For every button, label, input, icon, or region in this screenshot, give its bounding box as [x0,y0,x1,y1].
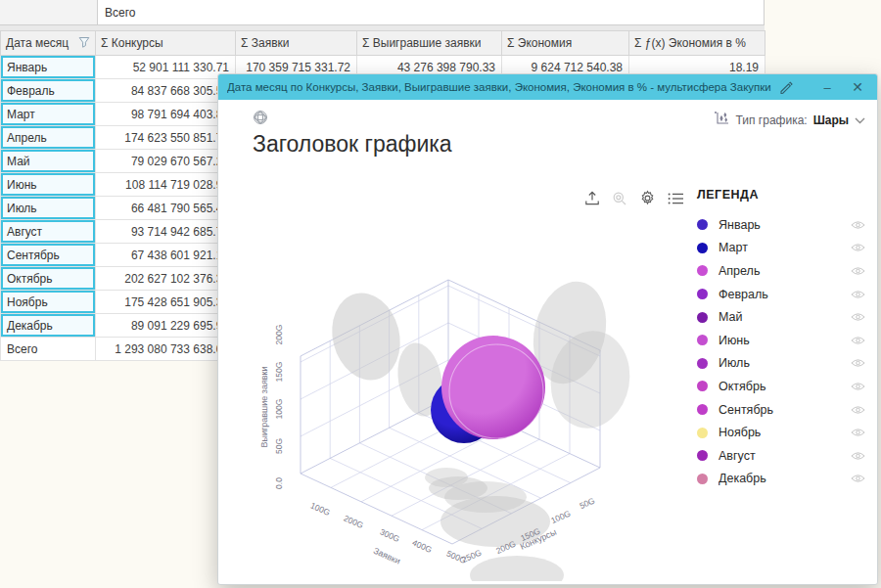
legend-label: Ноябрь [719,426,851,439]
month-cell[interactable]: Всего [1,338,96,361]
month-cell[interactable]: Декабрь [1,314,96,338]
svg-text:Заявки: Заявки [372,546,402,566]
month-cell[interactable]: Май [1,150,96,173]
legend-item[interactable]: Ноябрь [697,421,865,444]
minimize-button[interactable]: – [816,74,838,100]
visibility-eye-icon[interactable] [851,358,865,368]
value-cell[interactable]: 84 837 668 305.55 [96,79,236,103]
legend-color-dot [697,265,708,276]
value-cell[interactable]: 98 791 694 403.89 [96,103,236,126]
column-header-ekonomia-pct[interactable]: Σ ƒ(x) Экономия в % [629,31,765,56]
svg-text:250G: 250G [460,547,483,565]
legend-label: Май [719,310,851,324]
month-cell[interactable]: Апрель [1,126,96,150]
visibility-eye-icon[interactable] [851,290,865,299]
sphere-3d-icon[interactable] [253,110,268,129]
month-cell[interactable]: Июнь [1,173,96,197]
svg-text:100G: 100G [549,508,572,525]
month-cell[interactable]: Июль [1,197,96,220]
formula-bar: Всего [0,0,765,25]
column-header-zayavki[interactable]: Σ Заявки [236,31,357,56]
value-cell[interactable]: 175 428 651 905.37 [96,291,236,314]
visibility-eye-icon[interactable] [851,382,865,391]
legend-item[interactable]: Май [697,305,865,329]
value-cell[interactable]: 174 623 550 851.76 [96,126,236,150]
svg-text:50G: 50G [274,438,284,454]
settings-gear-icon[interactable] [639,190,656,210]
zoom-area-icon[interactable] [612,191,627,210]
data-list-icon[interactable] [668,192,684,209]
month-cell[interactable]: Октябрь [1,267,96,291]
value-cell[interactable]: 1 293 080 733 638.04 [96,338,236,361]
month-cell[interactable]: Февраль [1,79,96,103]
value-cell[interactable]: 79 029 670 567.21 [96,150,236,173]
legend-label: Февраль [719,288,851,301]
value-cell[interactable]: 52 901 111 330.71 [96,56,236,79]
legend-item[interactable]: Август [697,444,865,468]
column-header-month[interactable]: Дата месяц [1,31,96,56]
legend-item[interactable]: Июнь [697,329,865,352]
legend-label: Июль [719,356,851,370]
legend-label: Август [719,449,851,463]
legend-item[interactable]: Апрель [697,259,865,283]
legend-item[interactable]: Сентябрь [697,398,865,422]
legend-color-dot [697,219,708,230]
legend-item[interactable]: Октябрь [697,375,865,398]
visibility-eye-icon[interactable] [851,312,865,322]
visibility-eye-icon[interactable] [851,220,865,230]
legend-label: Апрель [719,264,851,278]
legend-heading: ЛЕГЕНДА [697,188,759,202]
value-cell[interactable]: 89 091 229 695.94 [96,314,236,338]
legend-color-dot [697,243,708,253]
value-cell[interactable]: 66 481 790 565.47 [96,197,236,220]
legend-label: Декабрь [719,472,851,485]
modal-titlebar[interactable]: Дата месяц по Конкурсы, Заявки, Выигравш… [218,74,877,100]
visibility-eye-icon[interactable] [851,336,865,345]
legend-label: Октябрь [719,380,851,393]
month-cell[interactable]: Январь [1,56,96,79]
formula-bar-value[interactable]: Всего [98,0,765,24]
svg-text:400G: 400G [411,537,434,555]
chart-type-selector[interactable]: Тип графика: Шары [714,111,865,129]
legend-color-dot [697,450,708,461]
visibility-eye-icon[interactable] [851,266,865,276]
legend-item[interactable]: Март [697,237,865,260]
chart-title: Заголовок графика [253,131,452,158]
formula-bar-corner [0,0,98,24]
filter-icon[interactable] [78,36,90,51]
close-button[interactable]: ✕ [846,74,869,100]
legend-item[interactable]: Декабрь [697,468,865,491]
month-cell[interactable]: Ноябрь [1,291,96,314]
legend-color-dot [697,335,708,345]
chart-toolbar [584,190,684,210]
bubble-3d-chart[interactable]: 100G200G300G400G500G250G200G150G100G50G0… [241,211,691,581]
legend-item[interactable]: Январь [697,213,865,237]
visibility-eye-icon[interactable] [851,243,865,252]
visibility-eye-icon[interactable] [851,451,865,461]
month-cell[interactable]: Сентябрь [1,244,96,267]
column-header-vyigravshie[interactable]: Σ Выигравшие заявки [357,31,502,56]
value-cell[interactable]: 108 114 719 028.96 [96,173,236,197]
month-cell[interactable]: Март [1,103,96,126]
column-header-ekonomia[interactable]: Σ Экономия [502,31,629,56]
visibility-eye-icon[interactable] [851,428,865,437]
legend-color-dot [697,428,708,438]
value-cell[interactable]: 202 627 102 376.34 [96,267,236,291]
visibility-eye-icon[interactable] [851,474,865,483]
column-header-label: Дата месяц [6,36,69,50]
month-cell[interactable]: Август [1,220,96,244]
legend-label: Сентябрь [719,403,851,417]
chart-type-value: Шары [813,113,849,127]
svg-text:200G: 200G [274,325,284,345]
value-cell[interactable]: 93 714 942 685.76 [96,220,236,244]
export-icon[interactable] [584,191,600,210]
legend-item[interactable]: Февраль [697,283,865,306]
legend-item[interactable]: Июль [697,352,865,376]
column-header-konkursy[interactable]: Σ Конкурсы [96,31,236,56]
value-cell[interactable]: 67 438 601 921.13 [96,244,236,267]
svg-text:100G: 100G [274,399,284,420]
visibility-eye-icon[interactable] [851,405,865,415]
edit-title-icon[interactable] [779,81,793,94]
svg-text:0.0: 0.0 [274,477,284,489]
legend-color-dot [697,289,708,299]
